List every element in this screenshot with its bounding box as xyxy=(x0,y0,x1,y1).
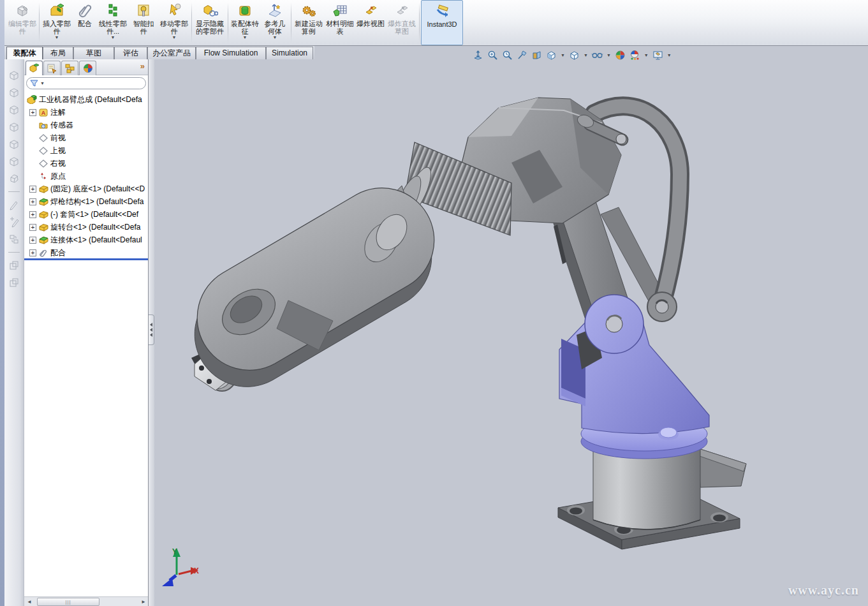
expand-icon[interactable]: + xyxy=(29,198,36,205)
expand-icon[interactable]: + xyxy=(29,186,36,193)
panel-collapse-handle[interactable] xyxy=(149,314,154,345)
display-style-icon[interactable] xyxy=(568,49,580,61)
tab-simulation[interactable]: Simulation xyxy=(266,47,313,59)
insert-component-button[interactable]: 插入零部件 ▼ xyxy=(41,0,73,45)
smart-fasteners-button[interactable]: 智能扣件 xyxy=(129,0,158,45)
tree-item-top-plane[interactable]: 上视 xyxy=(29,145,149,156)
tree-item-sensors[interactable]: 传感器 xyxy=(29,119,149,131)
tab-flow-simulation[interactable]: Flow Simulation xyxy=(196,47,266,59)
panel-splitter[interactable] xyxy=(149,59,154,606)
tree-item-weld-gun-part[interactable]: + 焊枪结构<1> (Default<Defa xyxy=(29,196,149,207)
dropdown-arrow[interactable]: ▼ xyxy=(55,35,59,40)
reference-geometry-button[interactable]: 参考几何体 ▼ xyxy=(260,0,290,45)
hide-show-items-icon[interactable] xyxy=(591,49,603,61)
tree-item-assembly-root[interactable]: 工业机器臂总成 (Default<Defa xyxy=(27,94,149,105)
scrollbar-thumb[interactable]: ||| xyxy=(37,598,99,606)
tab-featuremanager[interactable] xyxy=(26,61,43,75)
instant3d-button[interactable]: Instant3D xyxy=(421,0,463,45)
forearm-body[interactable] xyxy=(195,188,434,387)
dropdown-arrow[interactable]: ▼ xyxy=(644,53,649,57)
tree-item-right-plane[interactable]: 右视 xyxy=(29,158,149,169)
triad-x-label: X xyxy=(194,566,199,576)
bill-of-materials-button[interactable]: 材料明细表 xyxy=(325,0,355,45)
edit-component-button[interactable]: 编辑零部件 xyxy=(7,0,38,45)
graphics-area[interactable]: Y X www.ayc.cn xyxy=(154,59,868,606)
swap-components-icon[interactable] xyxy=(7,232,21,246)
previous-view-icon[interactable] xyxy=(501,49,513,61)
sketch-icon[interactable] xyxy=(7,198,21,212)
dropdown-arrow[interactable]: ▼ xyxy=(667,53,672,57)
pedestal-cylinder[interactable] xyxy=(593,449,700,529)
new-motion-study-button[interactable]: 新建运动算例 xyxy=(293,0,325,45)
dropdown-arrow[interactable]: ▼ xyxy=(111,35,115,40)
move-component-button[interactable]: 移动零部件 ▼ xyxy=(158,0,190,45)
dropdown-arrow[interactable]: ▼ xyxy=(172,35,177,40)
tree-split-bar[interactable] xyxy=(24,258,149,260)
zoom-to-fit-icon[interactable] xyxy=(472,49,484,61)
tab-assembly[interactable]: 装配体 xyxy=(6,47,43,59)
dropdown-arrow[interactable]: ▼ xyxy=(561,53,565,57)
isometric-view-icon[interactable] xyxy=(7,172,21,186)
tree-item-front-plane[interactable]: 前视 xyxy=(29,132,149,144)
tab-evaluate[interactable]: 评估 xyxy=(114,47,147,59)
smart-fasteners-label: 智能扣件 xyxy=(130,20,157,35)
exploded-view-button[interactable]: 爆炸视图 xyxy=(355,0,386,45)
tab-layout[interactable]: 布局 xyxy=(43,47,73,59)
side-bracket[interactable] xyxy=(698,448,746,487)
tree-item-annotations[interactable]: + A 注解 xyxy=(29,107,149,118)
tab-sketch[interactable]: 草图 xyxy=(73,47,114,59)
tree-item-label: 上视 xyxy=(50,145,66,156)
expand-icon[interactable]: + xyxy=(29,224,36,231)
add-sketch-icon[interactable] xyxy=(7,215,21,229)
view-orientation-icon[interactable] xyxy=(545,49,557,61)
linear-pattern-button[interactable]: 线性零部件... ▼ xyxy=(97,0,129,45)
view-cube-icon[interactable] xyxy=(7,85,21,100)
show-hidden-components-button[interactable]: 显示隐藏的零部件 xyxy=(193,0,226,45)
expand-icon[interactable]: + xyxy=(29,249,36,256)
tab-propertymanager[interactable] xyxy=(43,61,61,75)
view-cube-icon[interactable] xyxy=(7,103,21,117)
tab-displaymanager[interactable] xyxy=(79,61,96,75)
tree-item-sleeve-part[interactable]: + (-) 套筒<1> (Default<<Def xyxy=(29,209,149,220)
bracket-pivot-lug[interactable] xyxy=(585,295,644,353)
view-settings-icon[interactable] xyxy=(652,49,664,61)
expand-icon[interactable]: + xyxy=(29,237,36,244)
tree-item-connector-part[interactable]: + 连接体<1> (Default<Defaul xyxy=(29,234,149,246)
part-icon-green xyxy=(38,197,48,206)
filter-dropdown-arrow[interactable]: ▼ xyxy=(40,81,45,85)
expand-icon[interactable]: + xyxy=(29,109,36,116)
layered-parts-icon[interactable] xyxy=(7,258,21,272)
tree-filter-input[interactable]: ▼ xyxy=(26,77,146,89)
tree-horizontal-scrollbar[interactable]: ◄ ||| ► xyxy=(24,596,149,606)
scroll-left-arrow[interactable]: ◄ xyxy=(25,598,34,606)
panel-overflow-chevron[interactable]: » xyxy=(140,61,145,71)
tab-office-products[interactable]: 办公室产品 xyxy=(147,47,196,59)
view-cube-icon[interactable] xyxy=(7,120,21,134)
commandmanager-tab-row: 装配体 布局 草图 评估 办公室产品 Flow Simulation Simul… xyxy=(4,46,868,59)
dropdown-arrow[interactable]: ▼ xyxy=(584,53,588,57)
view-cube-icon[interactable] xyxy=(7,137,21,151)
expand-icon[interactable]: + xyxy=(29,211,36,218)
zoom-to-area-icon[interactable] xyxy=(487,49,499,61)
apply-scene-icon[interactable] xyxy=(614,49,626,61)
ribbon-separator xyxy=(228,3,228,43)
view-selector-icon[interactable] xyxy=(531,49,543,61)
scroll-right-arrow[interactable]: ► xyxy=(139,598,148,606)
layered-parts-icon[interactable] xyxy=(7,276,21,290)
view-cube-icon[interactable] xyxy=(7,68,21,82)
tree-item-mates[interactable]: + 配合 xyxy=(29,247,149,258)
edit-appearance-icon[interactable] xyxy=(629,49,641,61)
assembly-features-button[interactable]: 装配体特征 ▼ xyxy=(230,0,260,45)
tree-item-turntable-part[interactable]: + 旋转台<1> (Default<<Defa xyxy=(29,221,149,233)
tab-configurationmanager[interactable] xyxy=(61,61,78,75)
view-cube-icon[interactable] xyxy=(7,154,21,168)
mate-button[interactable]: 配合 xyxy=(73,0,97,45)
tree-item-label: 原点 xyxy=(50,171,66,182)
dropdown-arrow[interactable]: ▼ xyxy=(243,35,247,40)
tree-item-base-part[interactable]: + (固定) 底座<1> (Default<<D xyxy=(29,183,149,195)
dropdown-arrow[interactable]: ▼ xyxy=(607,53,611,57)
dropdown-arrow[interactable]: ▼ xyxy=(273,35,277,40)
section-view-icon[interactable] xyxy=(516,49,528,61)
tree-item-origin[interactable]: 原点 xyxy=(29,170,149,182)
explode-line-sketch-button[interactable]: 爆炸直线草图 xyxy=(386,0,418,45)
